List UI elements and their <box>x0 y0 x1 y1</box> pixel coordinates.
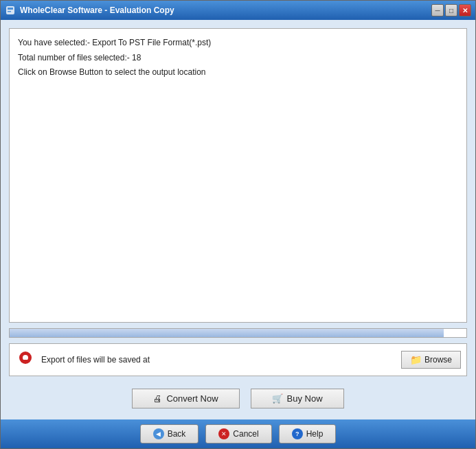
content-area: You have selected:- Export To PST File F… <box>1 20 475 419</box>
minimize-button[interactable]: ─ <box>431 4 444 16</box>
help-icon: ? <box>292 428 303 439</box>
back-label: Back <box>168 429 186 439</box>
cancel-label: Cancel <box>233 429 258 439</box>
folder-icon: 📁 <box>410 354 422 365</box>
maximize-button[interactable]: □ <box>445 4 457 16</box>
convert-label: Convert Now <box>166 393 218 404</box>
action-buttons: 🖨 Convert Now 🛒 Buy Now <box>9 382 467 411</box>
main-window: WholeClear Software - Evaluation Copy ─ … <box>0 0 476 449</box>
cancel-button[interactable]: ✕ Cancel <box>205 424 271 444</box>
progress-bar-fill <box>10 329 444 337</box>
help-label: Help <box>306 429 324 439</box>
back-button[interactable]: ◀ Back <box>140 424 199 444</box>
location-label: Export of files will be saved at <box>41 355 396 365</box>
location-row: Export of files will be saved at 📁 Brows… <box>9 343 467 376</box>
window-controls: ─ □ ✕ <box>431 4 471 16</box>
location-pin-icon <box>15 350 36 369</box>
help-button[interactable]: ? Help <box>279 424 337 444</box>
bottom-bar: ◀ Back ✕ Cancel ? Help <box>1 419 475 448</box>
app-icon <box>5 5 16 16</box>
cart-icon: 🛒 <box>272 393 283 404</box>
svg-rect-1 <box>8 8 13 10</box>
close-button[interactable]: ✕ <box>459 4 471 16</box>
buy-now-button[interactable]: 🛒 Buy Now <box>251 389 344 408</box>
svg-rect-0 <box>6 6 14 14</box>
title-bar: WholeClear Software - Evaluation Copy ─ … <box>1 1 475 20</box>
info-line-2: Total number of files selected:- 18 <box>18 51 458 66</box>
convert-now-button[interactable]: 🖨 Convert Now <box>132 389 239 408</box>
svg-rect-2 <box>8 11 11 12</box>
cancel-icon: ✕ <box>218 428 229 439</box>
info-line-1: You have selected:- Export To PST File F… <box>18 36 458 51</box>
buy-label: Buy Now <box>287 393 323 404</box>
browse-button[interactable]: 📁 Browse <box>401 351 461 369</box>
info-line-3: Click on Browse Button to select the out… <box>18 65 458 80</box>
back-icon: ◀ <box>153 428 164 439</box>
info-box: You have selected:- Export To PST File F… <box>9 28 467 323</box>
progress-area: Export of files will be saved at 📁 Brows… <box>9 328 467 376</box>
window-title: WholeClear Software - Evaluation Copy <box>20 5 431 15</box>
browse-label: Browse <box>424 355 452 365</box>
svg-point-4 <box>23 355 28 360</box>
convert-icon: 🖨 <box>153 393 162 404</box>
progress-bar-container <box>9 328 467 338</box>
